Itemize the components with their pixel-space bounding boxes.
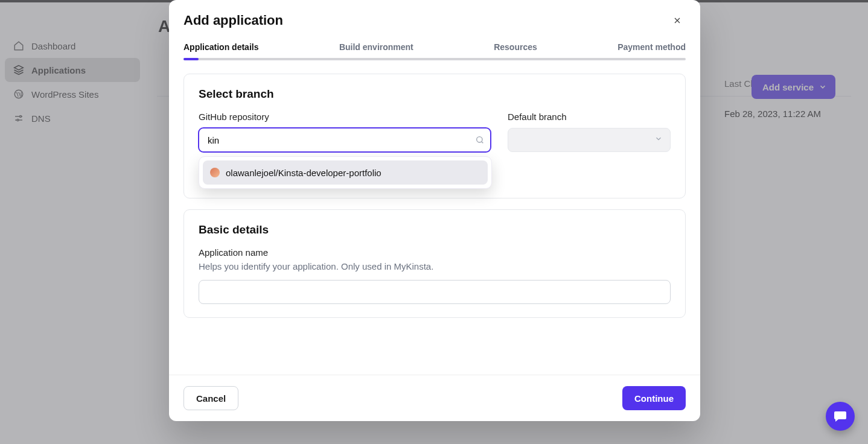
chat-icon [833,409,847,423]
section-title-basic-details: Basic details [199,223,671,236]
repo-autocomplete-item-label: olawanlejoel/Kinsta-developer-portfolio [226,168,381,178]
step-payment-method[interactable]: Payment method [617,42,686,57]
chevron-down-icon [654,135,663,145]
avatar [210,168,220,177]
modal-title: Add application [183,13,283,28]
step-application-details[interactable]: Application details [183,42,258,57]
application-name-input[interactable] [199,280,671,304]
continue-button[interactable]: Continue [622,386,686,410]
step-resources[interactable]: Resources [494,42,537,57]
stepper-progress-track [183,58,686,60]
default-branch-select[interactable] [508,128,671,152]
default-branch-label: Default branch [508,112,671,122]
panel-basic-details: Basic details Application name Helps you… [183,209,686,318]
section-title-select-branch: Select branch [199,87,671,101]
chat-fab[interactable] [826,402,855,431]
repo-autocomplete-item[interactable]: olawanlejoel/Kinsta-developer-portfolio [203,160,488,185]
application-name-help: Helps you identify your application. Onl… [199,261,671,271]
add-application-modal: Add application Application details Buil… [169,0,700,421]
modal-close-button[interactable] [669,12,686,29]
github-repo-input[interactable] [199,128,491,152]
step-build-environment[interactable]: Build environment [339,42,413,57]
modal-header: Add application [169,0,700,37]
application-name-label: Application name [199,247,671,258]
close-icon [672,16,682,25]
panel-select-branch: Select branch GitHub repository Default … [183,74,686,198]
github-repo-label: GitHub repository [199,112,491,122]
stepper-progress-fill [183,58,199,60]
repo-autocomplete-dropdown: olawanlejoel/Kinsta-developer-portfolio [199,156,492,189]
cancel-button[interactable]: Cancel [183,386,238,410]
modal-footer: Cancel Continue [169,375,700,421]
modal-body: Select branch GitHub repository Default … [169,60,700,375]
stepper: Application details Build environment Re… [169,42,700,57]
